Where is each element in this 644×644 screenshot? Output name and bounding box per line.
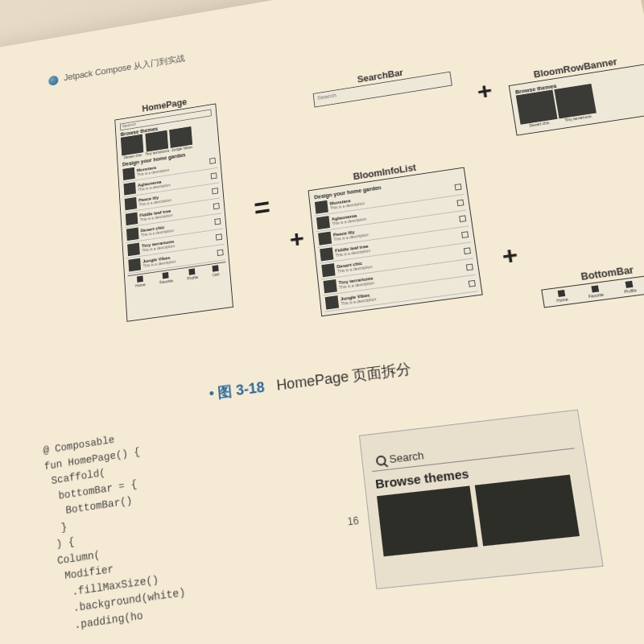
plus-sign: +: [288, 224, 305, 254]
profile-icon: [625, 281, 634, 288]
favorite-icon: [163, 272, 169, 279]
rowbanner-mock: BloomRowBanner Browse themes Desert chic…: [507, 52, 644, 136]
favorite-icon: [591, 285, 599, 292]
equals-sign: =: [253, 192, 272, 225]
cart-icon: [212, 265, 218, 272]
figure-title: HomePage 页面拆分: [275, 361, 412, 394]
homepage-frame: Search Browse themes Desert chic Tiny te…: [114, 103, 233, 321]
logo-icon: [48, 75, 59, 86]
page-header: Jetpack Compose 从入门到实战: [48, 52, 186, 87]
preview-thumb: [377, 485, 478, 556]
book-title: Jetpack Compose 从入门到实战: [64, 52, 186, 84]
plus-sign: +: [500, 240, 520, 270]
homepage-mock: HomePage Search Browse themes Desert chi…: [114, 93, 233, 322]
infolist-frame: Design your home garden MonsteraThis is …: [308, 167, 483, 317]
decomposition-diagram: HomePage Search Browse themes Desert chi…: [85, 20, 644, 390]
infolist-mock: BloomInfoList Design your home garden Mo…: [307, 155, 483, 316]
home-icon: [137, 275, 143, 282]
figure-number: 图 3-18: [217, 379, 265, 401]
profile-icon: [189, 268, 196, 275]
thumb-image: [516, 89, 558, 124]
bullet-icon: •: [208, 386, 215, 402]
book-page: Jetpack Compose 从入门到实战 HomePage Search B…: [0, 0, 644, 644]
preview-search-label: Search: [389, 449, 425, 466]
bottombar-mock: BottomBar Home Favorite Profile Cart: [539, 258, 644, 308]
home-icon: [557, 290, 565, 297]
app-preview: Search Browse themes: [359, 409, 604, 589]
search-icon: [375, 455, 386, 466]
plus-sign: +: [475, 76, 493, 105]
margin-marker: 16: [347, 514, 359, 527]
homepage-list: MonsteraThis is a description AglaonemaT…: [121, 153, 225, 274]
code-snippet: @ Composable fun HomePage() { Scaffold( …: [43, 423, 188, 636]
preview-thumb: [475, 475, 580, 547]
searchbar-mock: SearchBar Search: [312, 60, 452, 108]
